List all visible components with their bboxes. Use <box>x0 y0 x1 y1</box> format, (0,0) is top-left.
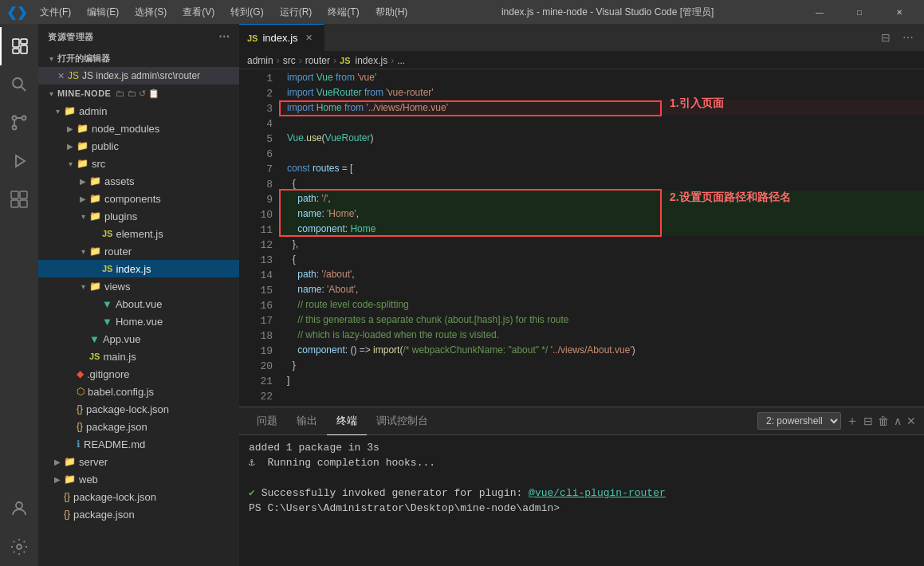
menu-file[interactable]: 文件(F) <box>33 4 77 21</box>
settings-icon[interactable] <box>0 528 38 566</box>
minimize-button[interactable]: — <box>801 0 838 24</box>
tree-admin[interactable]: ▾ 📁 admin <box>38 102 239 120</box>
code-line-11: component: Home <box>279 221 924 236</box>
md-icon: ℹ <box>77 438 81 450</box>
json-icon: {} <box>64 509 70 520</box>
terminal-split-icon[interactable]: ⊟ <box>863 415 873 427</box>
editor-main: 12345 678910 1112131415 1617181920 21222… <box>239 69 924 407</box>
tab-index-js[interactable]: JS index.js ✕ <box>239 24 324 52</box>
tree-server[interactable]: ▶ 📁 server <box>38 453 239 470</box>
tree-babel[interactable]: ▶ ⬡ babel.config.js <box>38 383 239 400</box>
svg-rect-10 <box>11 191 18 198</box>
router-arrow: ▾ <box>77 247 89 256</box>
element-label: element.js <box>116 228 163 240</box>
pkjson-label: package.json <box>86 421 147 433</box>
rpklock-label: package-lock.json <box>73 491 156 503</box>
breadcrumb-file[interactable]: index.js <box>356 55 388 66</box>
tree-router[interactable]: ▾ 📁 router <box>38 242 239 260</box>
menu-run[interactable]: 运行(R) <box>273 4 319 21</box>
tree-package-lock[interactable]: ▶ {} package-lock.json <box>38 400 239 418</box>
tree-home-vue[interactable]: ▶ ▼ Home.vue <box>38 312 239 330</box>
terminal-add-icon[interactable]: ＋ <box>846 413 859 430</box>
tree-plugins[interactable]: ▾ 📁 plugins <box>38 207 239 225</box>
tree-main-js[interactable]: ▶ JS main.js <box>38 348 239 365</box>
code-area[interactable]: 1.引入页面 2.设置页面路径和路径名 import Vue from 'vue… <box>279 69 924 407</box>
tree-about-vue[interactable]: ▶ ▼ About.vue <box>38 295 239 312</box>
terminal-trash-icon[interactable]: 🗑 <box>878 415 889 427</box>
menu-edit[interactable]: 编辑(E) <box>81 4 125 21</box>
terminal-collapse-icon[interactable]: ∧ <box>894 415 902 427</box>
account-icon[interactable] <box>0 489 38 528</box>
project-header[interactable]: ▾ MINE-NODE 🗀 🗀 ↺ 📋 <box>38 85 239 102</box>
pklock-label: package-lock.json <box>86 403 169 415</box>
project-arrow: ▾ <box>45 89 57 98</box>
source-control-icon[interactable] <box>0 104 38 142</box>
tree-public[interactable]: ▶ 📁 public <box>38 137 239 155</box>
tree-src[interactable]: ▾ 📁 src <box>38 155 239 172</box>
readme-label: README.md <box>84 438 145 450</box>
extensions-icon[interactable] <box>0 180 38 218</box>
open-editors-section[interactable]: ▾ 打开的编辑器 <box>38 49 239 67</box>
tree-views[interactable]: ▾ 📁 views <box>38 277 239 295</box>
project-icons[interactable]: 🗀 🗀 ↺ 📋 <box>116 88 159 99</box>
titlebar-left: ❮❯ 文件(F) 编辑(E) 选择(S) 查看(V) 转到(G) 运行(R) 终… <box>6 4 414 21</box>
svg-point-14 <box>16 502 22 509</box>
close-button[interactable]: ✕ <box>881 0 918 24</box>
run-icon[interactable] <box>0 142 38 180</box>
tree-web[interactable]: ▶ 📁 web <box>38 470 239 488</box>
titlebar-menu[interactable]: 文件(F) 编辑(E) 选择(S) 查看(V) 转到(G) 运行(R) 终端(T… <box>33 4 414 21</box>
git-icon: ◆ <box>77 368 84 379</box>
router-label: router <box>104 246 132 257</box>
js-icon: JS <box>89 352 100 361</box>
breadcrumb-more[interactable]: ... <box>397 55 405 66</box>
tree-index-js[interactable]: ▶ JS index.js <box>38 260 239 277</box>
folder-icon: 📁 <box>89 175 101 187</box>
maximize-button[interactable]: □ <box>841 0 878 24</box>
tree-root-package-json[interactable]: ▶ {} package.json <box>38 505 239 523</box>
tree-readme[interactable]: ▶ ℹ README.md <box>38 435 239 453</box>
tree-root-package-lock[interactable]: ▶ {} package-lock.json <box>38 488 239 505</box>
tree-package-json[interactable]: ▶ {} package.json <box>38 418 239 435</box>
plugin-link[interactable]: @vue/cli-plugin-router <box>529 487 666 499</box>
breadcrumb-router[interactable]: router <box>305 55 330 66</box>
search-icon[interactable] <box>0 65 38 104</box>
new-file-icon[interactable]: ⋯ <box>218 30 230 43</box>
menu-terminal[interactable]: 终端(T) <box>321 4 365 21</box>
open-file-close[interactable]: ✕ <box>57 71 65 81</box>
code-line-14: path: '/about', <box>279 266 924 281</box>
tab-debug-console[interactable]: 调试控制台 <box>367 407 438 435</box>
more-actions-icon[interactable]: ⋯ <box>898 28 918 47</box>
tab-close-button[interactable]: ✕ <box>303 32 316 45</box>
menu-select[interactable]: 选择(S) <box>128 4 173 21</box>
tab-problems[interactable]: 问题 <box>247 407 287 435</box>
menu-help[interactable]: 帮助(H) <box>369 4 415 21</box>
tree-gitignore[interactable]: ▶ ◆ .gitignore <box>38 365 239 383</box>
folder-icon: 📁 <box>89 281 101 292</box>
tree-element-js[interactable]: ▶ JS element.js <box>38 225 239 242</box>
tab-output[interactable]: 输出 <box>287 407 327 435</box>
tree-app-vue[interactable]: ▶ ▼ App.vue <box>38 330 239 348</box>
terminal-close-icon[interactable]: ✕ <box>906 415 916 427</box>
breadcrumb-src[interactable]: src <box>283 55 296 66</box>
comp-label: components <box>104 193 161 205</box>
open-file-item[interactable]: ✕ JS JS index.js admin\src\router <box>38 67 239 85</box>
menu-view[interactable]: 查看(V) <box>176 4 221 21</box>
split-editor-icon[interactable]: ⊟ <box>876 28 895 47</box>
terminal-content[interactable]: added 1 package in 3s ⚓ Running completi… <box>239 435 924 566</box>
code-line-6 <box>279 145 924 160</box>
menu-goto[interactable]: 转到(G) <box>224 4 269 21</box>
tree-node-modules[interactable]: ▶ 📁 node_modules <box>38 120 239 137</box>
tree-components[interactable]: ▶ 📁 components <box>38 190 239 207</box>
vscode-logo: ❮❯ <box>6 5 27 20</box>
code-line-1: import Vue from 'vue' <box>279 69 924 85</box>
sidebar-header-icons[interactable]: ⋯ <box>218 30 230 43</box>
breadcrumb-admin[interactable]: admin <box>247 55 273 66</box>
terminal-shell-selector[interactable]: 2: powershell <box>757 412 841 430</box>
about-vue-label: About.vue <box>116 298 163 310</box>
tab-terminal[interactable]: 终端 <box>327 407 367 435</box>
comp-arrow: ▶ <box>77 195 89 203</box>
tree-assets[interactable]: ▶ 📁 assets <box>38 172 239 190</box>
js-icon: JS <box>68 70 79 81</box>
web-arrow: ▶ <box>51 475 64 484</box>
explorer-icon[interactable] <box>0 27 38 65</box>
